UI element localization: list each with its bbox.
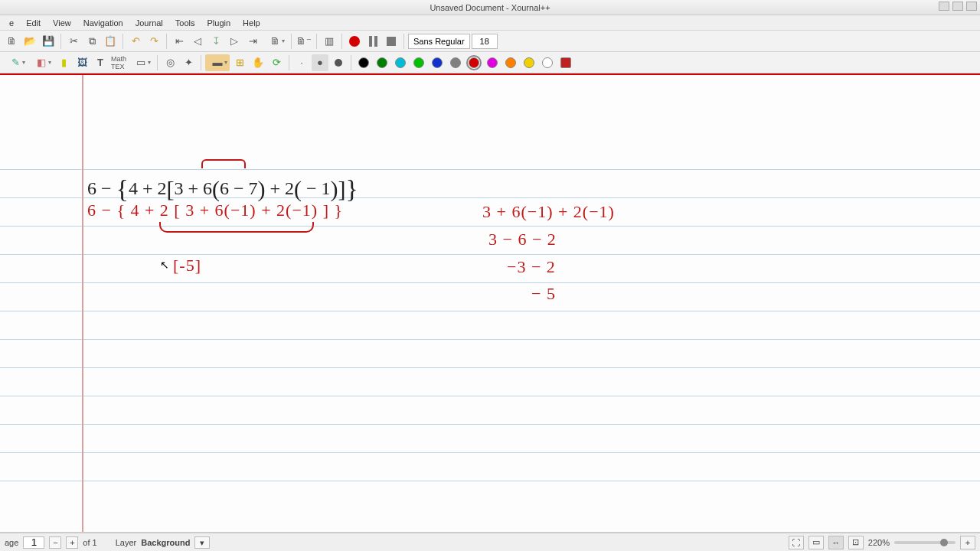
- shape-tool[interactable]: ▭: [129, 54, 153, 71]
- rule-line: [0, 282, 980, 283]
- color-lime[interactable]: [410, 54, 427, 71]
- rule-line: [0, 481, 980, 481]
- separator: [166, 34, 167, 49]
- save-button[interactable]: 💾: [40, 33, 57, 50]
- prev-page-button[interactable]: ◁: [189, 33, 206, 50]
- select-region-tool[interactable]: ◎: [162, 54, 178, 71]
- image-tool[interactable]: 🖼: [74, 54, 90, 71]
- presentation-icon[interactable]: ▭: [808, 536, 824, 549]
- snap-tool[interactable]: ⊞: [231, 54, 248, 71]
- font-select[interactable]: Sans Regular: [408, 34, 470, 49]
- highlighter-tool[interactable]: ▮: [55, 54, 72, 71]
- record-button[interactable]: [346, 33, 363, 50]
- red-underbracket: [159, 222, 314, 233]
- thick-stroke-icon[interactable]: [330, 54, 347, 71]
- color-white[interactable]: [539, 54, 556, 71]
- handwriting-right-1: 3 + 6(−1) + 2(−1): [482, 202, 615, 222]
- window-title: Unsaved Document - Xournal++: [430, 3, 550, 12]
- window-controls: [939, 2, 977, 11]
- menu-tools[interactable]: Tools: [169, 17, 201, 29]
- handwriting-right-3: −3 − 2: [507, 257, 556, 277]
- zoom-percent: 220%: [868, 538, 890, 547]
- eraser-tool[interactable]: ◧: [29, 54, 54, 71]
- canvas-area[interactable]: 6 − {4 + 2[3 + 6(6 − 7) + 2( − 1)]} 6 − …: [0, 73, 980, 533]
- page-total: of 1: [83, 538, 96, 547]
- medium-stroke-icon[interactable]: ●: [312, 54, 328, 71]
- undo-button[interactable]: ↶: [127, 33, 144, 50]
- page-number-input[interactable]: [23, 536, 44, 549]
- separator: [60, 34, 61, 49]
- layer-value: Background: [141, 538, 190, 547]
- handwriting-right-2: 3 − 6 − 2: [488, 230, 557, 249]
- fullscreen-icon[interactable]: ⛶: [789, 536, 804, 549]
- pause-button[interactable]: [364, 33, 381, 50]
- last-page-button[interactable]: ⇥: [244, 33, 261, 50]
- refresh-icon[interactable]: ⟳: [268, 54, 285, 71]
- paste-button[interactable]: 📋: [102, 33, 119, 50]
- menu-view[interactable]: View: [47, 17, 77, 29]
- fit-width-icon[interactable]: ↔: [828, 536, 844, 549]
- stop-button[interactable]: [383, 33, 400, 50]
- menu-journal[interactable]: Journal: [129, 17, 169, 29]
- svg-point-0: [335, 59, 342, 67]
- select-object-tool[interactable]: ✦: [180, 54, 197, 71]
- insert-page-button[interactable]: 🗎: [263, 33, 287, 50]
- typeset-math: 6 − {4 + 2[3 + 6(6 − 7) + 2( − 1)]}: [87, 171, 358, 201]
- color-black[interactable]: [355, 54, 372, 71]
- cursor-icon: ↖: [160, 259, 169, 271]
- zoom-in-icon[interactable]: +: [960, 536, 975, 549]
- separator: [289, 55, 289, 70]
- rule-line: [0, 452, 980, 453]
- next-page-button[interactable]: ▷: [226, 33, 243, 50]
- hand-tool[interactable]: ✋: [250, 54, 266, 71]
- paired-pages-icon[interactable]: ▥: [321, 33, 338, 50]
- new-button[interactable]: 🗎: [3, 33, 20, 50]
- vertical-space-tool[interactable]: ▬: [205, 54, 230, 71]
- first-page-button[interactable]: ⇤: [171, 33, 188, 50]
- delete-page-button[interactable]: 🗎⁻: [296, 33, 312, 50]
- tex-tool[interactable]: MathTEX: [110, 54, 127, 71]
- cut-button[interactable]: ✂: [65, 33, 82, 50]
- page-label: age: [5, 538, 18, 547]
- color-blue[interactable]: [429, 54, 446, 71]
- rule-line: [0, 226, 980, 227]
- next-annotated-button[interactable]: ↧: [207, 33, 224, 50]
- color-orange[interactable]: [502, 54, 519, 71]
- maximize-icon[interactable]: [952, 2, 963, 11]
- color-red[interactable]: [466, 54, 482, 71]
- close-icon[interactable]: [966, 2, 977, 11]
- page-up-stepper[interactable]: +: [66, 536, 78, 549]
- fit-page-icon[interactable]: ⊡: [848, 536, 864, 549]
- thin-stroke-icon[interactable]: ·: [293, 54, 310, 71]
- menu-plugin[interactable]: Plugin: [201, 17, 237, 29]
- menu-edit[interactable]: Edit: [20, 17, 47, 29]
- rule-line: [0, 169, 980, 170]
- margin-line: [82, 75, 83, 532]
- pen-tool[interactable]: ✎: [3, 54, 28, 71]
- copy-button[interactable]: ⧉: [83, 33, 100, 50]
- handwriting-right-4: − 5: [531, 284, 556, 304]
- separator: [201, 55, 201, 70]
- title-bar: Unsaved Document - Xournal++: [0, 0, 980, 15]
- color-gray[interactable]: [447, 54, 464, 71]
- color-green[interactable]: [374, 54, 390, 71]
- layer-dropdown[interactable]: ▾: [194, 536, 210, 549]
- color-magenta[interactable]: [484, 54, 501, 71]
- menu-help[interactable]: Help: [237, 17, 266, 29]
- zoom-slider[interactable]: [894, 541, 956, 544]
- minimize-icon[interactable]: [939, 2, 949, 11]
- zoom-slider-thumb[interactable]: [940, 539, 948, 546]
- redo-button[interactable]: ↷: [145, 33, 162, 50]
- menu-navigation[interactable]: Navigation: [77, 17, 129, 29]
- page-down-stepper[interactable]: −: [49, 536, 61, 549]
- menu-bar: e Edit View Navigation Journal Tools Plu…: [0, 15, 980, 31]
- color-yellow[interactable]: [521, 54, 537, 71]
- fill-color[interactable]: [557, 54, 574, 71]
- text-tool[interactable]: T: [92, 54, 109, 71]
- status-bar: age − + of 1 Layer Background ▾ ⛶ ▭ ↔ ⊡ …: [0, 533, 980, 551]
- font-size-input[interactable]: 18: [472, 34, 498, 49]
- open-button[interactable]: 📂: [21, 33, 38, 50]
- menu-file[interactable]: e: [3, 17, 20, 29]
- color-cyan[interactable]: [392, 54, 409, 71]
- rule-line: [0, 254, 980, 255]
